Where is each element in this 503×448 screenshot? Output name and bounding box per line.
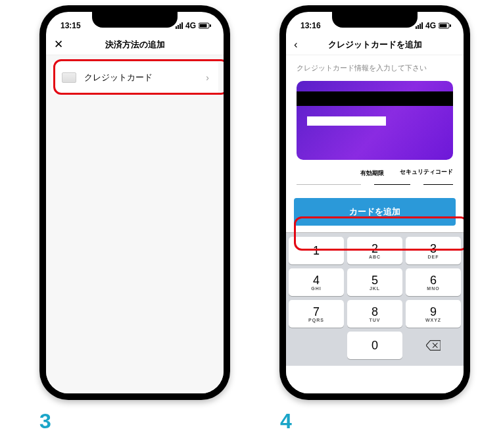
- svg-rect-4: [440, 24, 447, 28]
- nav-bar: ‹ クレジットカードを追加: [286, 34, 464, 55]
- card-preview: [297, 81, 453, 160]
- svg-rect-1: [200, 24, 207, 28]
- battery-icon: [439, 22, 452, 29]
- status-right: 4G: [416, 21, 452, 30]
- numeric-keypad: 12ABC3DEF4GHI5JKL6MNO7PQRS8TUV9WXYZ0: [286, 232, 464, 366]
- status-time: 13:15: [60, 21, 81, 30]
- card-number-input-line[interactable]: [297, 184, 361, 185]
- cvv-input-line[interactable]: [423, 184, 453, 185]
- card-icon: [62, 72, 76, 83]
- battery-icon: [199, 22, 212, 29]
- form-labels-row: 有効期限 セキュリティコード: [286, 169, 464, 178]
- svg-rect-5: [450, 24, 451, 27]
- expiry-input-line[interactable]: [374, 184, 410, 185]
- instruction-text: クレジットカード情報を入力して下さい: [286, 55, 464, 78]
- add-card-button[interactable]: カードを追加: [294, 198, 456, 226]
- keypad-key-4[interactable]: 4GHI: [289, 268, 344, 296]
- step-number-3: 3: [39, 409, 51, 434]
- close-button[interactable]: ✕: [54, 37, 63, 51]
- phone-step-4: 13:16 4G ‹ クレジットカードを追加 クレジットカード情報を入力して下さ…: [279, 5, 470, 400]
- status-network: 4G: [185, 21, 196, 30]
- page-title: クレジットカードを追加: [328, 39, 422, 51]
- keypad-key-3[interactable]: 3DEF: [406, 237, 461, 264]
- notch: [92, 12, 178, 28]
- keypad-blank: [289, 332, 344, 359]
- keypad-key-5[interactable]: 5JKL: [347, 268, 402, 296]
- back-button[interactable]: ‹: [294, 38, 298, 51]
- phone-screen: 13:15 4G ✕ 決済方法の追加 クレジットカード ›: [46, 12, 224, 393]
- phone-step-3: 13:15 4G ✕ 決済方法の追加 クレジットカード ›: [39, 5, 230, 400]
- keypad-key-0[interactable]: 0: [347, 332, 402, 359]
- status-right: 4G: [176, 21, 212, 30]
- signal-icon: [176, 22, 183, 29]
- page-title: 決済方法の追加: [105, 39, 165, 51]
- status-time: 13:16: [300, 21, 321, 30]
- card-number-field[interactable]: [307, 116, 386, 126]
- cvv-label: セキュリティコード: [400, 169, 453, 176]
- keypad-key-2[interactable]: 2ABC: [347, 237, 402, 264]
- chevron-right-icon: ›: [206, 72, 209, 83]
- keypad-key-7[interactable]: 7PQRS: [289, 300, 344, 328]
- step-number-4: 4: [280, 409, 292, 434]
- phone-screen: 13:16 4G ‹ クレジットカードを追加 クレジットカード情報を入力して下さ…: [286, 12, 464, 393]
- content: クレジットカード ›: [46, 55, 224, 393]
- expiry-column: 有効期限: [360, 169, 384, 178]
- svg-rect-2: [210, 24, 211, 27]
- signal-icon: [416, 22, 423, 29]
- nav-bar: ✕ 決済方法の追加: [46, 34, 224, 55]
- status-network: 4G: [425, 21, 436, 30]
- keypad-backspace[interactable]: [406, 332, 461, 359]
- cvv-column: セキュリティコード: [400, 169, 453, 178]
- notch: [332, 12, 418, 28]
- keypad-key-8[interactable]: 8TUV: [347, 300, 402, 328]
- content: クレジットカード情報を入力して下さい 有効期限 セキュリティコード カードを追加: [286, 55, 464, 393]
- credit-card-row[interactable]: クレジットカード ›: [51, 62, 218, 93]
- keypad-key-6[interactable]: 6MNO: [406, 268, 461, 296]
- keypad-key-1[interactable]: 1: [289, 237, 344, 264]
- expiry-label: 有効期限: [360, 169, 384, 178]
- add-card-button-label: カードを追加: [349, 206, 400, 218]
- keypad-key-9[interactable]: 9WXYZ: [406, 300, 461, 328]
- card-magstripe: [297, 91, 453, 106]
- row-label: クレジットカード: [84, 72, 153, 84]
